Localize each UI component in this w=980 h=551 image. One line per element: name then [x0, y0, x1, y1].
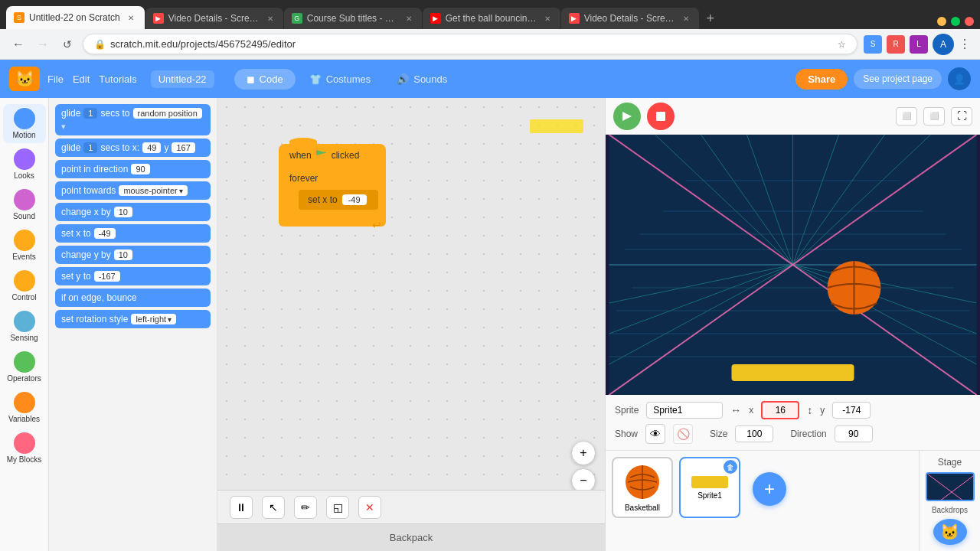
block-point-dir-text: point in direction [61, 164, 128, 174]
sprite-label: Sprite [615, 405, 639, 416]
sprite1-label: Sprite1 [697, 491, 722, 500]
pencil-tool[interactable]: ✏ [294, 496, 317, 519]
menu-edit[interactable]: Edit [73, 73, 90, 85]
stage-size-medium[interactable]: ⬜ [923, 107, 945, 126]
block-glide-xy-label: secs to x: [100, 142, 139, 153]
share-button[interactable]: Share [795, 69, 848, 90]
sprite-info-bar: Sprite ↔ x ↕ y Show 👁 🚫 Size [606, 395, 980, 451]
block-point-dir[interactable]: point in direction 90 [55, 160, 211, 178]
direction-input[interactable] [835, 425, 873, 442]
block-if-edge[interactable]: if on edge, bounce [55, 289, 211, 307]
arrow-tool[interactable]: ↖ [262, 496, 285, 519]
scratch-logo[interactable]: 🐱 [9, 67, 40, 91]
tab-youtube-close[interactable]: ✕ [542, 12, 553, 24]
url-bar[interactable]: 🔒 scratch.mit.edu/projects/456752495/edi… [83, 34, 858, 54]
code-tab-label: Code [260, 73, 283, 85]
minimize-button[interactable] [937, 17, 946, 26]
category-variables[interactable]: Variables [3, 388, 46, 427]
address-bar: ← → ↺ 🔒 scratch.mit.edu/projects/4567524… [0, 29, 980, 60]
forward-button[interactable]: → [34, 35, 52, 54]
extension-icon-3[interactable]: L [910, 35, 928, 54]
sprites-panel: Basketball 🗑 Sprite1 + [606, 451, 980, 551]
tab-sounds[interactable]: 🔊 Sounds [384, 69, 459, 90]
y-coord-input[interactable] [832, 402, 871, 419]
scripts-area: when clicked forever set x to -49 [217, 98, 605, 551]
zoom-in-button[interactable]: + [571, 441, 596, 465]
hat-when-text: when [289, 150, 312, 161]
maximize-button[interactable] [951, 17, 960, 26]
category-operators[interactable]: Operators [3, 347, 46, 386]
category-motion[interactable]: Motion [3, 104, 46, 143]
sprite-thumbnail-sprite1[interactable]: 🗑 Sprite1 [679, 457, 740, 518]
tab-scratch[interactable]: S Untitled-22 on Scratch ✕ [6, 6, 145, 29]
category-looks[interactable]: Looks [3, 145, 46, 184]
tab-screencast1-close[interactable]: ✕ [265, 12, 276, 24]
stage-size-large[interactable]: ⛶ [951, 107, 972, 126]
block-glide-top-label: secs to [100, 108, 129, 119]
menu-tutorials[interactable]: Tutorials [99, 73, 136, 85]
backpack-bar: Backpack [217, 523, 605, 551]
block-glide-xy[interactable]: glide 1 secs to x: 49 y 167 [55, 139, 211, 157]
category-events[interactable]: Events [3, 226, 46, 265]
show-eye-button[interactable]: 👁 [645, 424, 665, 444]
delete-tool[interactable]: ✕ [358, 496, 381, 519]
menu-file[interactable]: File [47, 73, 64, 85]
category-myblocks[interactable]: My Blocks [3, 429, 46, 468]
user-avatar[interactable]: 👤 [948, 67, 971, 90]
back-button[interactable]: ← [9, 35, 28, 54]
close-button[interactable] [965, 17, 974, 26]
block-set-y[interactable]: set y to -167 [55, 267, 211, 285]
tab-youtube-label: Get the ball bouncing - Yo... [446, 13, 537, 24]
hide-eye-button[interactable]: 🚫 [673, 424, 693, 444]
block-point-towards-text: point towards [61, 185, 116, 196]
pause-button[interactable]: ⏸ [230, 496, 253, 519]
menu-icon[interactable]: ⋮ [959, 37, 971, 51]
category-myblocks-label: My Blocks [7, 455, 42, 464]
category-sound[interactable]: Sound [3, 185, 46, 224]
tab-screencast1[interactable]: ▶ Video Details - Screencast... ✕ [145, 8, 283, 29]
sprite1-delete-btn[interactable]: 🗑 [724, 460, 737, 474]
stage-size-small[interactable]: ⬜ [896, 107, 917, 126]
bookmark-icon[interactable]: ☆ [838, 39, 846, 50]
add-sprite-cat-button[interactable]: 🐱 [933, 519, 967, 545]
tab-googlesheets[interactable]: G Course Sub titles - Google ✕ [284, 8, 422, 29]
extension-icon-2[interactable]: R [887, 35, 905, 54]
inner-set-x[interactable]: set x to -49 [299, 190, 378, 210]
add-sprite-button[interactable]: + [753, 472, 786, 506]
project-name[interactable]: Untitled-22 [158, 73, 207, 85]
tab-scratch-close[interactable]: ✕ [125, 11, 137, 24]
category-control[interactable]: Control [3, 266, 46, 305]
new-tab-button[interactable]: + [700, 8, 721, 29]
svg-rect-35 [927, 474, 975, 501]
tab-screencast2[interactable]: ▶ Video Details - Screencast... ✕ [561, 8, 699, 29]
tab-screencast2-close[interactable]: ✕ [681, 12, 691, 24]
green-flag-button[interactable] [613, 103, 641, 130]
reload-button[interactable]: ↺ [58, 35, 77, 54]
block-change-y[interactable]: change y by 10 [55, 246, 211, 264]
sprite-thumbnail-basketball[interactable]: Basketball [612, 457, 673, 518]
profile-icon[interactable]: A [933, 34, 954, 55]
block-glide-top-text: glide [61, 108, 80, 119]
size-input[interactable] [735, 425, 773, 442]
sprite-name-input[interactable] [646, 402, 723, 419]
flag-icon [316, 150, 327, 161]
block-set-x[interactable]: set x to -49 [55, 224, 211, 243]
see-project-btn[interactable]: See project page [854, 69, 942, 89]
hat-block[interactable]: when clicked [279, 144, 386, 167]
tab-costumes[interactable]: 👕 Costumes [297, 69, 384, 90]
x-coord-input[interactable] [761, 401, 799, 419]
block-set-rotation[interactable]: set rotation style left-right ▾ [55, 310, 211, 328]
block-change-x[interactable]: change x by 10 [55, 203, 211, 221]
stage-mini-thumbnail[interactable] [926, 472, 975, 501]
tab-youtube[interactable]: ▶ Get the ball bouncing - Yo... ✕ [423, 8, 560, 29]
eraser-tool[interactable]: ◱ [326, 496, 349, 519]
stop-button[interactable] [647, 103, 675, 130]
block-glide-top[interactable]: glide 1 secs to random position ▾ [55, 104, 211, 135]
forever-block[interactable]: forever set x to -49 [279, 167, 386, 216]
block-point-towards[interactable]: point towards mouse-pointer ▾ [55, 181, 211, 200]
extension-icon-1[interactable]: S [864, 35, 882, 54]
tab-code[interactable]: ◼ Code [234, 69, 296, 90]
editor-toolbar: ⏸ ↖ ✏ ◱ ✕ [217, 490, 605, 523]
tab-google-close[interactable]: ✕ [403, 12, 414, 24]
category-sensing[interactable]: Sensing [3, 307, 46, 346]
